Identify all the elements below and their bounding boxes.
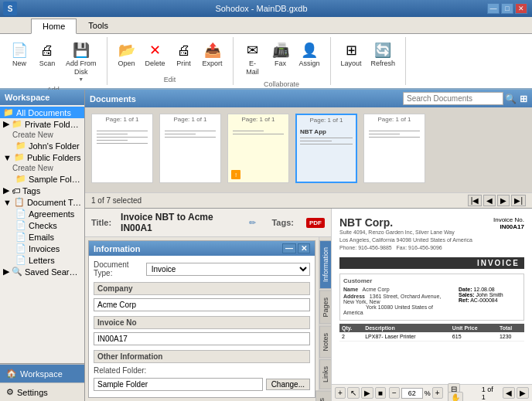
sidebar-item-invoices[interactable]: 📄 Invoices	[0, 243, 84, 254]
documents-title: Documents	[90, 94, 136, 104]
scan-button[interactable]: 🖨 Scan	[34, 39, 60, 70]
doc-type-select[interactable]: Invoice Agreement Check Email Letter	[146, 263, 310, 276]
info-panel-close[interactable]: ✕	[298, 243, 310, 253]
tab-tools[interactable]: Tools	[77, 18, 120, 33]
company-name: NBT Corp.	[339, 216, 472, 229]
zoom-input[interactable]	[401, 388, 423, 399]
preview-zoom-in[interactable]: +	[432, 387, 443, 399]
info-panel-minimize[interactable]: —	[282, 243, 296, 253]
layout-toggle-icon[interactable]: ⊞	[520, 93, 527, 104]
invoice-header: NBT Corp. Suite 4094, Renzo Garden Inc, …	[339, 216, 524, 251]
preview-play-btn[interactable]: ▶	[361, 387, 373, 399]
tags-label: Tags:	[271, 218, 294, 227]
preview-cursor-btn[interactable]: ↖	[347, 387, 360, 399]
side-tab-other[interactable]: Other Details	[315, 391, 332, 401]
customer-name-field: Name Acme Corp	[343, 287, 452, 292]
search-input[interactable]	[403, 92, 503, 105]
workspace-button[interactable]: 🏠 Workspace	[0, 364, 84, 382]
preview-stop-btn[interactable]: ■	[375, 387, 386, 399]
create-new-public-label: Create New	[12, 164, 53, 172]
sidebar-item-all-docs[interactable]: 📁 All Documents	[0, 107, 84, 118]
layout-button[interactable]: ⊞ Layout	[337, 39, 366, 70]
side-tab-pages[interactable]: Pages	[319, 291, 332, 325]
refresh-icon: 🔄	[373, 41, 392, 59]
title-row: Title: Invoice NBT to Acme IN00A1 ✏ Tags…	[85, 209, 331, 237]
refresh-button[interactable]: 🔄 Refresh	[367, 39, 400, 70]
nav-last[interactable]: ▶|	[511, 195, 526, 206]
related-folder-input[interactable]	[94, 378, 263, 391]
sidebar-item-saved-searches[interactable]: ▶ 🔍 Saved Searches	[0, 266, 84, 277]
ribbon-group-collab-buttons: ✉ E-Mail 📠 Fax 👤 Assign	[240, 39, 324, 79]
edit-title-icon[interactable]: ✏	[249, 218, 256, 228]
open-button[interactable]: 📂 Open	[114, 39, 140, 70]
sidebar-item-private-folders[interactable]: ▶ 📁 Private Folders	[0, 118, 84, 130]
assign-button[interactable]: 👤 Assign	[295, 39, 324, 70]
sidebar-item-doc-types[interactable]: ▼ 📋 Document Types	[0, 196, 84, 208]
close-button[interactable]: ✕	[515, 3, 527, 14]
detail-left: Title: Invoice NBT to Acme IN00A1 ✏ Tags…	[85, 209, 331, 401]
minimize-button[interactable]: —	[487, 3, 500, 14]
email-button[interactable]: ✉ E-Mail	[240, 39, 266, 79]
thumbnail-5[interactable]: Page: 1 of 1	[363, 114, 425, 183]
sidebar-item-create-new-private[interactable]: Create New	[0, 130, 84, 140]
sidebar-item-public-folders[interactable]: ▼ 📁 Public Folders	[0, 151, 84, 163]
preview-next-page[interactable]: ▶	[517, 387, 529, 399]
ribbon-group-view: ⊞ Layout 🔄 Refresh	[331, 37, 407, 85]
sidebar-item-letters[interactable]: 📄 Letters	[0, 254, 84, 266]
row-desc: LPX87- Laser Printer	[363, 332, 450, 342]
company-input[interactable]	[94, 298, 310, 311]
sidebar-item-agreements[interactable]: 📄 Agreements	[0, 208, 84, 219]
invoices-label: Invoices	[29, 244, 60, 253]
invoice-no-input[interactable]	[94, 332, 310, 345]
sidebar-item-sample-folder[interactable]: 📁 Sample Folder	[0, 173, 84, 185]
document-title: Invoice NBT to Acme IN00A1	[121, 212, 240, 233]
preview-zoom-out[interactable]: −	[389, 387, 400, 399]
sample-folder-icon: 📁	[15, 174, 26, 184]
related-folder-row: Related Folder:	[94, 366, 310, 375]
side-tab-information[interactable]: Information	[319, 240, 332, 289]
delete-button[interactable]: ✕ Delete	[142, 39, 169, 70]
customer-left: Name Acme Corp Address 1361 Street, Orch…	[343, 287, 452, 317]
preview-add-btn[interactable]: +	[335, 387, 346, 399]
change-button[interactable]: Change...	[266, 379, 310, 390]
doc-thumbnails: Page: 1 of 1 Page: 1 of 1	[85, 107, 532, 192]
fax-button[interactable]: 📠 Fax	[268, 39, 294, 70]
doc-type-row: Document Type: Invoice Agreement Check E…	[94, 260, 310, 277]
nav-prev[interactable]: ◀	[483, 195, 496, 206]
sidebar-item-johns-folder[interactable]: 📁 John's Folder	[0, 140, 84, 151]
sidebar-item-create-new-public[interactable]: Create New	[0, 163, 84, 173]
thumbnail-3[interactable]: Page: 1 of 1 !	[227, 114, 289, 183]
date-field: Date: 12.08.08	[459, 287, 520, 292]
company-section: Company	[94, 282, 310, 295]
preview-pan[interactable]: ✋	[448, 392, 463, 402]
tab-home[interactable]: Home	[31, 19, 77, 34]
layout-label: Layout	[341, 59, 362, 68]
settings-button[interactable]: ⚙ Settings	[0, 382, 84, 401]
thumbnail-2[interactable]: Page: 1 of 1	[159, 114, 221, 183]
print-icon: 🖨	[175, 41, 193, 59]
sidebar-item-emails[interactable]: 📄 Emails	[0, 231, 84, 243]
search-box: 🔍	[403, 92, 517, 105]
search-icon[interactable]: 🔍	[505, 93, 517, 104]
sidebar-item-tags[interactable]: ▶ 🏷 Tags	[0, 185, 84, 196]
nav-first[interactable]: |◀	[468, 195, 483, 206]
print-label: Print	[176, 59, 191, 68]
new-button[interactable]: 📄 New	[6, 39, 32, 70]
side-tab-notes[interactable]: Notes	[319, 326, 332, 359]
maximize-button[interactable]: □	[501, 3, 513, 14]
thumbnail-4[interactable]: Page: 1 of 1 NBT App	[295, 114, 357, 183]
tags-folder-icon: 🏷	[12, 186, 20, 195]
thumbnail-1[interactable]: Page: 1 of 1	[91, 114, 153, 183]
export-button[interactable]: 📤 Export	[199, 39, 227, 70]
nav-next[interactable]: ▶	[497, 195, 510, 206]
add-from-disk-button[interactable]: 💾 Add FromDisk ▼	[62, 39, 101, 84]
side-tab-links[interactable]: Links	[319, 359, 332, 389]
pdf-badge: PDF	[306, 218, 325, 228]
doc-status: 1 of 7 selected	[91, 196, 142, 205]
sidebar-item-checks[interactable]: 📄 Checks	[0, 219, 84, 231]
preview-prev-page[interactable]: ◀	[503, 387, 515, 399]
info-panel-title-text: Information	[94, 244, 141, 253]
documents-panel: Documents 🔍 ⊞ Page: 1 of 1	[85, 90, 532, 209]
print-button[interactable]: 🖨 Print	[171, 39, 197, 70]
open-icon: 📂	[118, 41, 136, 59]
